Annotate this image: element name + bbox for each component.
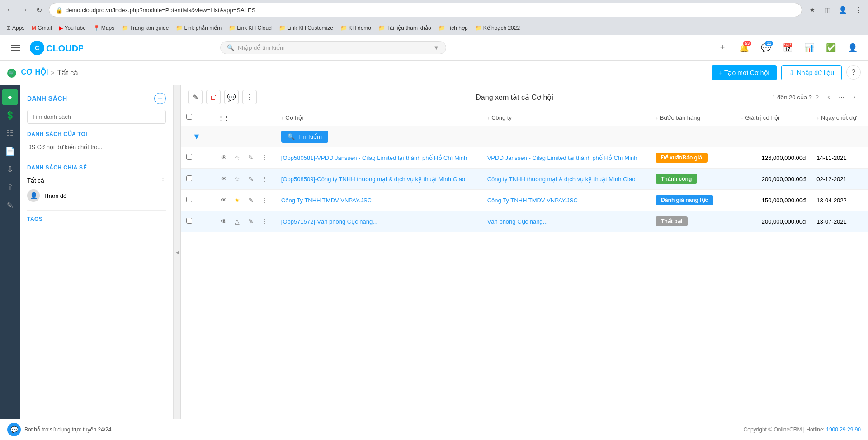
filter-icon: ▼ xyxy=(193,132,201,141)
bookmark-youtube-label: YouTube xyxy=(65,25,86,31)
bookmark-youtube[interactable]: ▶ YouTube xyxy=(57,23,89,33)
forward-button[interactable]: → xyxy=(18,4,31,16)
analytics-button[interactable]: 📊 xyxy=(801,40,817,56)
bookmark-guide[interactable]: 📁 Trang làm guide xyxy=(119,23,171,33)
sort-icon-5: ↕ xyxy=(816,115,819,120)
bookmark-maps[interactable]: 📍 Maps xyxy=(90,23,117,33)
bookmark-apps[interactable]: ⊞ Apps xyxy=(4,23,27,33)
th-opportunity[interactable]: ↕ Cơ hội xyxy=(276,109,482,126)
row4-checkbox[interactable] xyxy=(186,218,192,224)
search-row-name-cell[interactable]: 🔍 Tìm kiếm xyxy=(276,126,482,147)
add-button[interactable]: + xyxy=(714,40,731,56)
sidebar-icon-edit[interactable]: ✎ xyxy=(2,197,18,214)
breadcrumb-parent[interactable]: 🛒 CƠ HỘI xyxy=(7,68,48,78)
row2-view-button[interactable]: 👁 xyxy=(218,173,230,185)
filter-icon-button[interactable]: ▼ xyxy=(186,129,207,144)
panel-search-input[interactable] xyxy=(27,110,166,124)
th-company[interactable]: ↕ Công ty xyxy=(482,109,651,126)
row2-more-button[interactable]: ⋮ xyxy=(259,173,270,185)
row3-edit-button[interactable]: ✎ xyxy=(245,194,257,206)
comment-toolbar-button[interactable]: 💬 xyxy=(224,90,239,104)
notifications-badge: 53 xyxy=(743,41,751,46)
sidebar-icon-grid[interactable]: ☷ xyxy=(2,125,18,141)
sidebar-icon-money[interactable]: 💲 xyxy=(2,107,18,123)
row3-company-link[interactable]: Công Ty TNHH TMDV VNPAY.JSC xyxy=(487,197,578,204)
hamburger-button[interactable] xyxy=(7,40,24,56)
import-data-button[interactable]: ⇩ Nhập dữ liệu xyxy=(781,65,842,80)
delete-toolbar-button[interactable]: 🗑 xyxy=(206,90,221,104)
user-list-item[interactable]: 👤 Thăm dò xyxy=(27,187,166,205)
th-value[interactable]: ↕ Giá trị cơ hội xyxy=(736,109,811,126)
sidebar-icon-upload[interactable]: ⇧ xyxy=(2,179,18,196)
panel-add-button[interactable]: + xyxy=(154,93,166,104)
th-date[interactable]: ↕ Ngày chốt dự xyxy=(811,109,868,126)
collapse-handle[interactable]: ◀ xyxy=(174,85,181,419)
footer-hotline[interactable]: 1900 29 29 90 xyxy=(826,426,861,433)
edit-toolbar-button[interactable]: ✎ xyxy=(188,90,203,104)
sidebar-icon-download[interactable]: ⇩ xyxy=(2,161,18,178)
row4-star-button[interactable]: △ xyxy=(231,215,243,227)
reload-button[interactable]: ↻ xyxy=(33,4,45,16)
bookmark-software[interactable]: 📁 Link phần mềm xyxy=(173,23,224,33)
row2-checkbox[interactable] xyxy=(186,175,192,181)
help-button[interactable]: ? xyxy=(846,65,861,80)
bookmark-plan[interactable]: 📁 Kế hoạch 2022 xyxy=(472,23,523,33)
row1-star-button[interactable]: ☆ xyxy=(231,152,243,164)
row4-name-link[interactable]: [Opp571572]-Văn phòng Cục hàng... xyxy=(281,218,377,225)
sidebar-icon-opportunity[interactable]: ● xyxy=(2,89,18,105)
footer-chat[interactable]: 💬 Bot hỗ trợ sử dụng trực tuyến 24/24 xyxy=(7,423,111,436)
row3-view-button[interactable]: 👁 xyxy=(218,194,230,206)
row2-star-button[interactable]: ☆ xyxy=(231,173,243,185)
prev-page-button[interactable]: ‹ xyxy=(822,91,835,103)
create-opportunity-button[interactable]: + Tạo mới Cơ hội xyxy=(712,65,777,80)
th-checkbox[interactable] xyxy=(181,109,212,126)
shared-list-all[interactable]: Tất cả ⋮ xyxy=(27,174,166,187)
row1-company-link[interactable]: VPĐD Janssen - Cilag Limited tại thành p… xyxy=(487,154,637,161)
bookmark-star-button[interactable]: ★ xyxy=(806,4,818,16)
th-view-toggle[interactable]: ⋮⋮ xyxy=(212,109,276,126)
row1-checkbox[interactable] xyxy=(186,154,192,160)
select-all-checkbox[interactable] xyxy=(186,114,192,120)
bookmark-integrate[interactable]: 📁 Tích hợp xyxy=(436,23,471,33)
notifications-button[interactable]: 🔔 53 xyxy=(736,40,752,56)
bookmark-kh-cloud[interactable]: 📁 Link KH Cloud xyxy=(226,23,274,33)
menu-button[interactable]: ⋮ xyxy=(852,4,864,16)
row4-company-link[interactable]: Văn phòng Cục hàng... xyxy=(487,218,548,225)
address-bar[interactable]: 🔒 demo.cloudpro.vn/index.php?module=Pote… xyxy=(49,3,802,17)
row4-more-button[interactable]: ⋮ xyxy=(259,215,270,227)
row2-edit-button[interactable]: ✎ xyxy=(245,173,257,185)
sidebar-icon-doc[interactable]: 📄 xyxy=(2,143,18,159)
back-button[interactable]: ← xyxy=(4,4,16,16)
row3-star-button[interactable]: ★ xyxy=(231,194,243,206)
more-toolbar-button[interactable]: ⋮ xyxy=(242,90,257,104)
profile-button[interactable]: 👤 xyxy=(836,4,849,16)
profile-nav-button[interactable]: 👤 xyxy=(844,40,861,56)
search-bar[interactable]: 🔍 Nhập để tìm kiếm ▼ xyxy=(220,41,446,54)
row1-more-button[interactable]: ⋮ xyxy=(259,152,270,164)
calendar-button[interactable]: 📅 xyxy=(779,40,796,56)
bookmark-docs[interactable]: 📁 Tài liệu tham khảo xyxy=(376,23,434,33)
logo[interactable]: C CLOUDPRO xyxy=(29,40,83,56)
th-step[interactable]: ↕ Bước bán hàng xyxy=(650,109,735,126)
tasks-button[interactable]: ✅ xyxy=(823,40,839,56)
bookmark-kh-demo[interactable]: 📁 KH demo xyxy=(338,23,374,33)
row1-edit-button[interactable]: ✎ xyxy=(245,152,257,164)
chat-button[interactable]: 💬 11 xyxy=(758,40,774,56)
row2-company-link[interactable]: Công ty TNHH thương mại & dịch vụ kỹ thu… xyxy=(487,176,636,183)
row2-name-link[interactable]: [Opp508509]-Công ty TNHH thương mại & dị… xyxy=(281,176,465,183)
search-button[interactable]: 🔍 Tìm kiếm xyxy=(281,131,328,143)
my-list-item[interactable]: DS Cơ hội dự kiến chốt tro... xyxy=(27,141,166,153)
row4-edit-button[interactable]: ✎ xyxy=(245,215,257,227)
row1-name-link[interactable]: [Opp580581]-VPĐD Janssen - Cilag Limited… xyxy=(281,154,467,161)
row1-view-button[interactable]: 👁 xyxy=(218,152,230,164)
row3-checkbox[interactable] xyxy=(186,197,192,202)
bookmark-kh-customize[interactable]: 📁 Link KH Customize xyxy=(276,23,336,33)
shared-list-more-icon[interactable]: ⋮ xyxy=(160,177,166,184)
extensions-button[interactable]: ◫ xyxy=(821,4,834,16)
bookmark-gmail[interactable]: M Gmail xyxy=(29,23,54,33)
row3-more-button[interactable]: ⋮ xyxy=(259,194,270,206)
more-pages-icon[interactable]: ⋯ xyxy=(839,94,844,101)
next-page-button[interactable]: › xyxy=(848,91,861,103)
row4-view-button[interactable]: 👁 xyxy=(218,215,230,227)
row3-name-link[interactable]: Công Ty TNHH TMDV VNPAY.JSC xyxy=(281,197,372,204)
